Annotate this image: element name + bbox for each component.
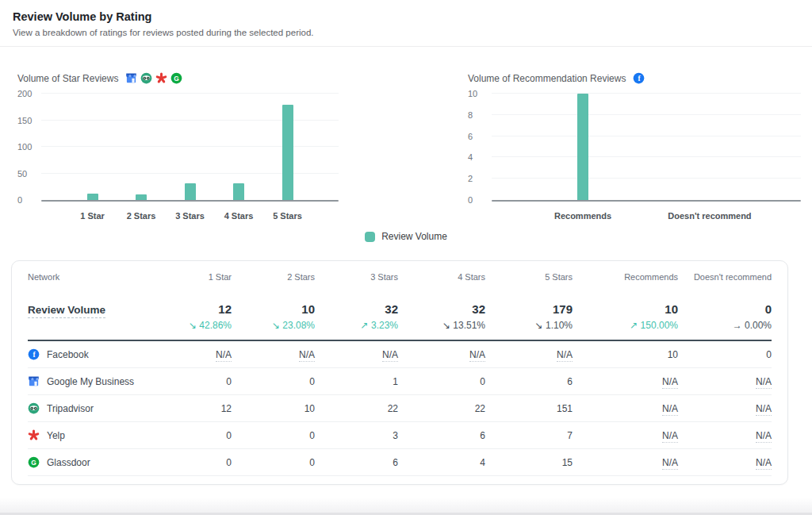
summary-value: 32 xyxy=(398,302,485,317)
summary-value-cell: 10↗ 150.00% xyxy=(573,291,678,340)
value-cell: 0 xyxy=(398,368,485,395)
value-cell: N/A xyxy=(678,422,772,449)
tripadvisor-icon xyxy=(28,402,40,414)
glassdoor-icon: G xyxy=(28,456,40,468)
na-value[interactable]: N/A xyxy=(662,403,678,416)
value-cell: 3 xyxy=(315,422,398,449)
cell-value: 6 xyxy=(480,430,485,441)
table-header-cell: 4 Stars xyxy=(398,261,485,291)
value-cell: 0 xyxy=(232,368,315,395)
grid-line xyxy=(492,93,801,94)
na-value[interactable]: N/A xyxy=(756,430,772,443)
na-value[interactable]: N/A xyxy=(469,349,485,362)
na-value[interactable]: N/A xyxy=(299,349,315,362)
value-cell: 6 xyxy=(485,368,573,395)
value-cell: 22 xyxy=(398,395,485,422)
star-chart-title: Volume of Star Reviews xyxy=(17,73,118,84)
na-value[interactable]: N/A xyxy=(756,457,772,470)
section-header: Review Volume by Rating View a breakdown… xyxy=(0,0,812,47)
cell-value: 22 xyxy=(388,403,398,414)
cell-value: 10 xyxy=(304,403,315,414)
summary-value: 10 xyxy=(573,302,678,317)
cell-value: 6 xyxy=(393,457,398,468)
y-axis-tick-label: 0 xyxy=(468,195,473,205)
table-header-cell: Doesn't recommend xyxy=(678,261,772,291)
chart-legend[interactable]: Review Volume xyxy=(0,230,812,243)
na-value[interactable]: N/A xyxy=(557,349,573,362)
recommendation-chart-network-icons: f xyxy=(633,72,645,84)
y-axis-tick-label: 50 xyxy=(17,169,27,179)
star-reviews-chart: Volume of Star Reviews G 0501001502001 S… xyxy=(17,71,339,221)
table-header-cell: 5 Stars xyxy=(485,261,573,291)
na-value[interactable]: N/A xyxy=(756,376,772,389)
na-value[interactable]: N/A xyxy=(662,376,678,389)
summary-label[interactable]: Review Volume xyxy=(28,304,105,318)
value-cell: N/A xyxy=(232,340,315,368)
summary-value-cell: 179↘ 1.10% xyxy=(485,291,573,340)
recommendation-chart-title-row: Volume of Recommendation Reviews f xyxy=(468,71,801,85)
legend-label: Review Volume xyxy=(381,231,447,242)
google-my-business-icon xyxy=(28,375,40,387)
summary-value: 10 xyxy=(232,302,315,317)
summary-change: ↘ 1.10% xyxy=(485,320,573,331)
summary-change: ↗ 150.00% xyxy=(573,320,678,331)
page-subtitle: View a breakdown of ratings for reviews … xyxy=(13,28,799,37)
bar-2-stars[interactable] xyxy=(136,194,147,200)
y-axis-tick-label: 10 xyxy=(468,89,477,98)
cell-value: 12 xyxy=(221,403,232,414)
cell-value: 6 xyxy=(567,376,573,387)
bar-4-stars[interactable] xyxy=(233,183,244,200)
cell-value: 0 xyxy=(226,457,232,468)
y-axis-tick-label: 150 xyxy=(17,116,32,125)
summary-change: → 0.00% xyxy=(678,320,772,331)
na-value[interactable]: N/A xyxy=(662,430,678,443)
network-name: Google My Business xyxy=(47,376,134,387)
page-title: Review Volume by Rating xyxy=(13,10,799,23)
value-cell: 0 xyxy=(232,449,315,476)
network-cell: fFacebook xyxy=(28,340,152,368)
value-cell: N/A xyxy=(678,395,772,422)
table-row-facebook: fFacebookN/AN/AN/AN/AN/A100 xyxy=(28,340,772,368)
google-my-business-icon xyxy=(125,72,137,84)
y-axis-tick-label: 200 xyxy=(17,89,32,98)
cell-value: 7 xyxy=(567,430,573,441)
review-volume-table: Network1 Star2 Stars3 Stars4 Stars5 Star… xyxy=(28,261,772,476)
cell-value: 0 xyxy=(480,376,485,387)
bar-5-stars[interactable] xyxy=(282,105,293,200)
value-cell: 1 xyxy=(315,368,398,395)
star-reviews-plot: 0501001502001 Star2 Stars3 Stars4 Stars5… xyxy=(17,90,339,221)
facebook-icon: f xyxy=(633,72,645,84)
value-cell: N/A xyxy=(678,368,772,395)
summary-label-cell: Review Volume xyxy=(28,291,152,340)
yelp-icon xyxy=(155,72,167,84)
bar-3-stars[interactable] xyxy=(185,183,196,200)
cell-value: 0 xyxy=(309,430,315,441)
bar-recommends[interactable] xyxy=(577,94,588,200)
summary-value: 179 xyxy=(485,302,573,317)
summary-change: ↘ 23.08% xyxy=(232,320,315,331)
table-row-google-my-business: Google My Business00106N/AN/A xyxy=(28,368,772,395)
y-axis-tick-label: 2 xyxy=(468,174,473,183)
network-label: Google My Business xyxy=(28,375,152,387)
value-cell: 12 xyxy=(152,395,232,422)
bar-1-star[interactable] xyxy=(87,194,98,200)
y-axis-tick-label: 0 xyxy=(17,195,22,205)
y-axis-tick-label: 8 xyxy=(468,110,473,120)
na-value[interactable]: N/A xyxy=(216,349,232,362)
x-axis-line xyxy=(41,200,339,202)
na-value[interactable]: N/A xyxy=(662,457,678,470)
x-category-label: Recommends xyxy=(531,211,634,221)
page-bottom-edge xyxy=(0,498,812,515)
recommendation-reviews-chart: Volume of Recommendation Reviews f 02468… xyxy=(468,71,801,221)
value-cell: N/A xyxy=(398,340,485,368)
grid-line xyxy=(41,146,339,147)
cell-value: 10 xyxy=(668,349,678,360)
na-value[interactable]: N/A xyxy=(756,403,772,416)
summary-value-cell: 32↘ 13.51% xyxy=(398,291,485,340)
table-header-cell: 2 Stars xyxy=(232,261,315,291)
na-value[interactable]: N/A xyxy=(382,349,398,362)
value-cell: N/A xyxy=(573,368,678,395)
cell-value: 4 xyxy=(480,457,485,468)
table-header-cell: Network xyxy=(28,261,152,291)
value-cell: N/A xyxy=(573,395,678,422)
